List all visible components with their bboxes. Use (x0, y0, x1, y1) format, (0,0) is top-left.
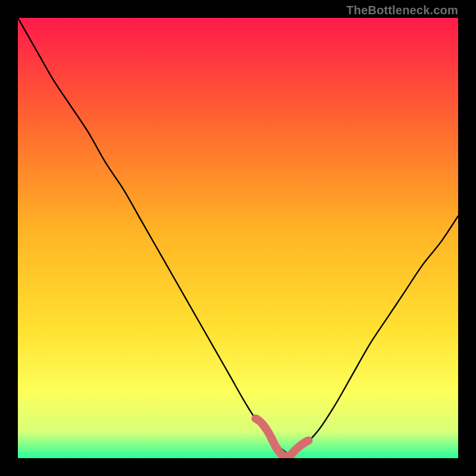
plot-area (18, 18, 458, 458)
chart-root: TheBottleneck.com (0, 0, 476, 476)
curve-highlight (256, 418, 309, 456)
bottleneck-curve (18, 18, 458, 454)
watermark-text: TheBottleneck.com (346, 4, 458, 17)
curve-layer (18, 18, 458, 458)
